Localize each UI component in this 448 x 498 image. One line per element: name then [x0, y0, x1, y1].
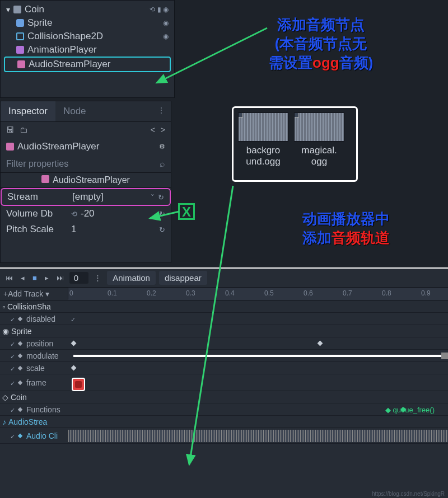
folder-icon[interactable]: 🗀 — [20, 125, 27, 134]
revert-icon[interactable]: ↻ — [159, 210, 165, 218]
animation-panel: ⏮ ◂ ■ ▸ ⏭ 0 ⋮ Animation disappear +Add T… — [0, 267, 448, 498]
class-header-label: AudioStreamPlayer — [53, 175, 130, 185]
track-label: Sprite — [11, 327, 32, 336]
tree-node-coin[interactable]: ▾ Coin ⟲ ▮ ◉ — [4, 3, 171, 16]
track-sprite[interactable]: ◉Sprite — [0, 325, 448, 337]
track-scale[interactable]: scale — [0, 362, 448, 374]
inspector-panel: Inspector Node ⋮ 🖫 🗀 < > AudioStreamPlay… — [0, 101, 171, 263]
keyframe-area[interactable] — [68, 313, 448, 325]
scrub-icon[interactable]: ⋮ — [92, 273, 104, 283]
track-functions[interactable]: Functions ◆ queue_free() — [0, 403, 448, 416]
anim-stop-icon[interactable]: ■ — [30, 273, 39, 283]
animation-toolbar: ⏮ ◂ ■ ▸ ⏭ 0 ⋮ Animation disappear — [0, 269, 448, 288]
prop-label: Stream — [7, 191, 69, 203]
node-label: AudioStreamPlayer — [29, 59, 167, 70]
resource-magical-ogg[interactable]: magical. ogg — [294, 112, 344, 176]
sprite-icon — [16, 19, 24, 27]
keyframe-area[interactable]: ◆ queue_free() — [68, 403, 448, 416]
time-ruler[interactable]: 0 0.1 0.2 0.3 0.4 0.5 0.6 0.7 0.8 0.9 — [68, 288, 448, 300]
track-frame[interactable]: frame — [0, 374, 448, 391]
tool-icon[interactable]: ⚙ — [159, 143, 165, 151]
keyframe-area[interactable] — [68, 350, 448, 362]
reset-icon[interactable]: ⟲ — [71, 210, 77, 218]
animation-frame-input[interactable]: 0 — [69, 272, 88, 284]
tree-node-collisionshape[interactable]: CollisionShape2D ◉ — [4, 30, 171, 43]
track-collisionshape[interactable]: ▫CollisionSha — [0, 300, 448, 313]
stop-frame-icon — [72, 378, 85, 391]
track-label: frame — [26, 378, 46, 387]
watermark: https://blog.csdn.net/SpkingR — [372, 491, 445, 497]
anim-last-icon[interactable]: ⏭ — [54, 273, 66, 283]
audio-stream-icon — [41, 175, 49, 183]
filesystem-resources: backgro und.ogg magical. ogg — [232, 106, 358, 182]
visibility-icon[interactable]: ◉ — [163, 32, 169, 40]
tree-node-audiostreamplayer[interactable]: AudioStreamPlayer — [4, 57, 171, 72]
tick: 0.6 — [304, 289, 313, 297]
revert-icon[interactable]: ↻ — [159, 225, 165, 234]
prop-label: Volume Db — [6, 208, 68, 219]
track-position[interactable]: position — [0, 337, 448, 350]
expand-icon[interactable]: ▾ — [6, 5, 10, 14]
animation-menu[interactable]: Animation — [107, 271, 156, 285]
audio-thumbnail — [238, 112, 288, 142]
node-label: Sprite — [27, 17, 160, 29]
history-icon[interactable]: < — [151, 125, 155, 134]
track-audiostream[interactable]: ♪AudioStrea — [0, 416, 448, 428]
tick: 0.2 — [147, 289, 156, 297]
keyframe-area[interactable] — [68, 362, 448, 374]
track-modulate[interactable]: modulate — [0, 350, 448, 362]
track-label: Functions — [26, 405, 60, 414]
tab-node[interactable]: Node — [55, 101, 94, 121]
prop-value[interactable]: 1 — [71, 224, 156, 235]
revert-icon[interactable]: ↻ — [158, 193, 164, 201]
track-coin[interactable]: ◇Coin — [0, 391, 448, 403]
tab-inspector[interactable]: Inspector — [1, 101, 55, 121]
resource-name: und.ogg — [246, 156, 280, 167]
tick: 0.4 — [225, 289, 235, 297]
add-track-button[interactable]: +Add Track ▾ — [0, 288, 68, 299]
inspector-object[interactable]: AudioStreamPlayer ⚙ — [1, 138, 171, 156]
track-audioclip[interactable]: Audio Cli — [0, 428, 448, 444]
anim-first-icon[interactable]: ⏮ — [3, 273, 15, 283]
filter-placeholder: Filter properties — [6, 159, 68, 169]
tick: 0.3 — [186, 289, 195, 297]
track-label: disabled — [26, 314, 55, 323]
track-label: Audio Cli — [26, 431, 58, 440]
keyframe-area[interactable] — [68, 377, 448, 389]
timeline-header: +Add Track ▾ 0 0.1 0.2 0.3 0.4 0.5 0.6 0… — [0, 288, 448, 300]
anim-prev-icon[interactable]: ◂ — [18, 273, 27, 283]
audio-waveform-area[interactable] — [68, 430, 448, 442]
resource-name: magical. — [301, 145, 337, 156]
property-volumedb[interactable]: Volume Db ⟲ -20 ↻ — [1, 206, 171, 222]
track-label: AudioStrea — [8, 417, 47, 426]
history-forward-icon[interactable]: > — [161, 125, 165, 134]
property-pitchscale[interactable]: Pitch Scale 1 ↻ — [1, 222, 171, 237]
tick: 0.7 — [343, 289, 352, 297]
prop-value[interactable]: -20 — [81, 208, 156, 219]
node-label: Coin — [25, 4, 146, 15]
tree-node-animationplayer[interactable]: AnimationPlayer — [4, 43, 171, 57]
property-stream[interactable]: Stream [empty] ˅ ↻ — [1, 188, 171, 206]
class-header[interactable]: AudioStreamPlayer — [1, 172, 171, 188]
filter-properties[interactable]: Filter properties ⌕ — [1, 156, 171, 172]
node-status-icons: ⟲ ▮ ◉ — [150, 6, 169, 13]
tab-menu-icon[interactable]: ⋮ — [152, 101, 171, 121]
visibility-icon[interactable]: ◉ — [163, 19, 169, 27]
prop-label: Pitch Scale — [6, 224, 68, 235]
track-label: Coin — [11, 393, 27, 402]
resource-background-ogg[interactable]: backgro und.ogg — [238, 112, 288, 176]
annotation-add-audio-track: 动画播放器中 添加音频轨道 — [302, 210, 390, 248]
track-disabled[interactable]: disabled — [0, 313, 448, 325]
tick: 0 — [69, 289, 73, 297]
resource-cube-icon — [294, 112, 299, 118]
anim-play-icon[interactable]: ▸ — [43, 273, 51, 283]
prop-value[interactable]: [empty] — [72, 191, 147, 203]
animation-name-select[interactable]: disappear — [159, 271, 207, 285]
tree-node-sprite[interactable]: Sprite ◉ — [4, 16, 171, 30]
save-icon[interactable]: 🖫 — [6, 125, 14, 134]
track-label: scale — [26, 364, 45, 373]
track-label: modulate — [26, 351, 59, 360]
annotation-x-marker: X — [178, 203, 195, 220]
keyframe-area[interactable] — [68, 337, 448, 350]
dropdown-icon[interactable]: ˅ — [151, 193, 155, 201]
